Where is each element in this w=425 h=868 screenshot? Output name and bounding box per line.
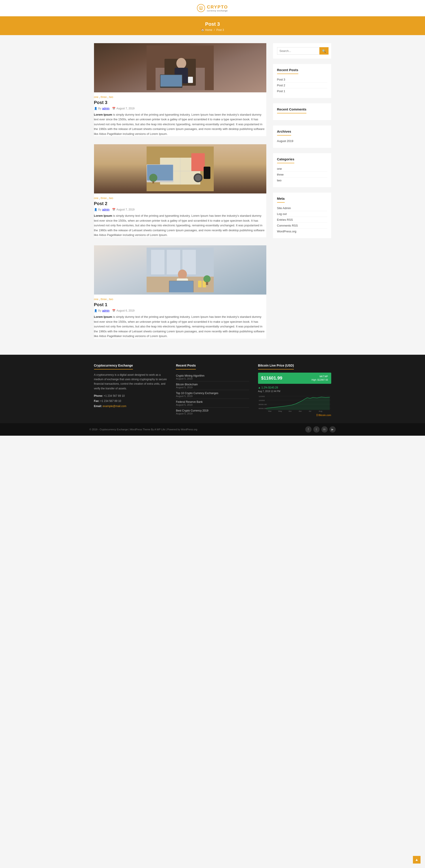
search-button[interactable]: 🔍 [319, 47, 329, 55]
post-thumbnail-1 [94, 245, 266, 294]
list-item: Best Crypto Currency 2019 August 5, 2019 [176, 407, 249, 416]
list-item: Entries RSS [277, 217, 327, 223]
breadcrumb: 🏠 Home / Post 3 [0, 28, 425, 32]
post-meta-2: 👤 By admin 📅 August 7, 2019 [94, 208, 266, 211]
footer-post-link-3[interactable]: Top 10 Crypto Currency Exchanges [176, 392, 218, 395]
list-item: Federal Reserve Bank August 5, 2019 [176, 399, 249, 407]
widget-search: 🔍 [273, 43, 331, 59]
list-item: three [277, 172, 327, 178]
archive-link-aug2019[interactable]: August 2019 [277, 140, 293, 143]
post-excerpt-2: Lorem Ipsum is simply dummy text of the … [94, 213, 266, 237]
logo-icon [197, 4, 205, 12]
recent-posts-list: Post 3 Post 2 Post 1 [277, 77, 327, 94]
tag-three-3[interactable]: three [101, 95, 107, 99]
footer-inner: Cryptocurrency Exchange A cryptocurrency… [89, 364, 336, 423]
svg-rect-19 [204, 166, 210, 179]
tag-three-2[interactable]: three [101, 196, 107, 200]
list-item: two [277, 178, 327, 183]
post-body-2: one , three , two Post 2 👤 By admin 📅 Au… [94, 193, 266, 237]
list-item: one [277, 166, 327, 172]
post-tags-3: one , three , two [94, 95, 266, 99]
post-thumbnail-3 [94, 43, 266, 92]
post-body-1: one , three , two Post 1 👤 By admin 📅 Au… [94, 294, 266, 338]
meta-link-wordpress[interactable]: WordPress.org [277, 230, 296, 233]
social-linkedin[interactable]: in [321, 426, 328, 433]
footer-post-link-1[interactable]: Crypto Mining Algorithm [176, 374, 204, 377]
list-item: August 2019 [277, 138, 327, 144]
breadcrumb-home[interactable]: Home [205, 28, 213, 32]
categories-title: Categories [277, 157, 294, 163]
meta-link-entries-rss[interactable]: Entries RSS [277, 218, 293, 221]
footer-post-link-2[interactable]: Bitcoin Blockchain [176, 383, 198, 386]
footer-contact: Phone: +1 234 567 89 10 Fax: +1 234 567 … [94, 394, 167, 409]
page-banner: Post 3 🏠 Home / Post 3 [0, 16, 425, 35]
btc-logo: ₿ Bitcoin.com [258, 414, 331, 416]
tag-one-1[interactable]: one [94, 298, 98, 301]
btc-mktcap: MKT.MP [312, 375, 328, 378]
footer-copy: © 2019 - Cryptocurrency Exchange | WordP… [89, 428, 197, 431]
post-title-1[interactable]: Post 1 [94, 302, 266, 307]
post-date-2: 📅 August 7, 2019 [112, 208, 135, 211]
recent-post-link-2[interactable]: Post 2 [277, 84, 285, 87]
svg-point-20 [149, 174, 157, 182]
svg-point-4 [176, 58, 186, 69]
footer-post-date-4: August 5, 2019 [176, 403, 249, 406]
footer-bottom: © 2019 - Cryptocurrency Exchange | WordP… [0, 423, 425, 436]
btc-main-price: $11601.99 [261, 375, 282, 381]
tag-two-2[interactable]: two [109, 196, 113, 200]
sidebar: 🔍 Recent Posts Post 3 Post 2 Post 1 Rece… [273, 43, 331, 347]
btc-price-box: $11601.99 MKT.MP High: $12887.56 [258, 373, 331, 384]
tag-one-2[interactable]: one [94, 196, 98, 200]
search-form[interactable]: 🔍 [277, 47, 327, 55]
widget-archives: Archives August 2019 [273, 125, 331, 148]
footer-post-link-5[interactable]: Best Crypto Currency 2019 [176, 409, 208, 412]
tag-one-3[interactable]: one [94, 95, 98, 99]
list-item: WordPress.org [277, 228, 327, 234]
post-title-2[interactable]: Post 2 [94, 201, 266, 206]
tag-two-3[interactable]: two [109, 95, 113, 99]
post-meta-1: 👤 By admin 📅 August 6, 2019 [94, 309, 266, 312]
category-link-two[interactable]: two [277, 179, 282, 182]
tag-two-1[interactable]: two [109, 298, 113, 301]
category-link-one[interactable]: one [277, 167, 282, 170]
list-item: Post 1 [277, 88, 327, 94]
footer-social: f t in ▶ [305, 426, 336, 433]
footer-col-about: Cryptocurrency Exchange A cryptocurrency… [94, 364, 167, 416]
social-youtube[interactable]: ▶ [330, 426, 336, 433]
post-card-2: one , three , two Post 2 👤 By admin 📅 Au… [94, 144, 266, 237]
footer-bottom-inner: © 2019 - Cryptocurrency Exchange | WordP… [89, 426, 336, 433]
category-link-three[interactable]: three [277, 173, 284, 176]
btc-change: ▲ 1.2% $140.28 [258, 386, 331, 389]
meta-link-siteadmin[interactable]: Site Admin [277, 207, 291, 210]
svg-text:12000: 12000 [258, 396, 265, 397]
meta-link-logout[interactable]: Log out [277, 212, 287, 216]
page-title: Post 3 [0, 21, 425, 27]
post-author-2: 👤 By admin [94, 208, 110, 211]
search-input[interactable] [277, 47, 319, 55]
meta-link-comments-rss[interactable]: Comments RSS [277, 224, 298, 227]
footer-post-link-4[interactable]: Federal Reserve Bank [176, 400, 202, 403]
post-title-3[interactable]: Post 3 [94, 100, 266, 105]
meta-title: Meta [277, 196, 285, 203]
footer-posts-title: Recent Posts [176, 364, 196, 370]
svg-rect-8 [188, 77, 193, 83]
footer-about-title: Cryptocurrency Exchange [94, 364, 133, 370]
footer-post-date-2: August 5, 2019 [176, 386, 249, 389]
list-item: Site Admin [277, 205, 327, 211]
social-twitter[interactable]: t [313, 426, 319, 433]
social-facebook[interactable]: f [305, 426, 312, 433]
svg-text:Mar: Mar [268, 410, 272, 412]
recent-post-link-3[interactable]: Post 3 [277, 78, 285, 81]
main-content: one , three , two Post 3 👤 By admin 📅 Au… [94, 43, 266, 347]
calendar-icon-2: 📅 [112, 208, 115, 211]
post-author-3: 👤 By admin [94, 107, 110, 110]
site-logo[interactable]: CRYPTO currency exchange [197, 4, 228, 12]
svg-text:10000: 10000 [258, 399, 265, 401]
tag-three-1[interactable]: three [101, 298, 107, 301]
recent-post-link-1[interactable]: Post 1 [277, 89, 285, 93]
svg-text:Jul: Jul [309, 410, 311, 412]
logo-text: CRYPTO [207, 4, 228, 10]
svg-text:May: May [278, 410, 282, 412]
svg-point-18 [195, 175, 201, 181]
recent-posts-title: Recent Posts [277, 68, 298, 74]
